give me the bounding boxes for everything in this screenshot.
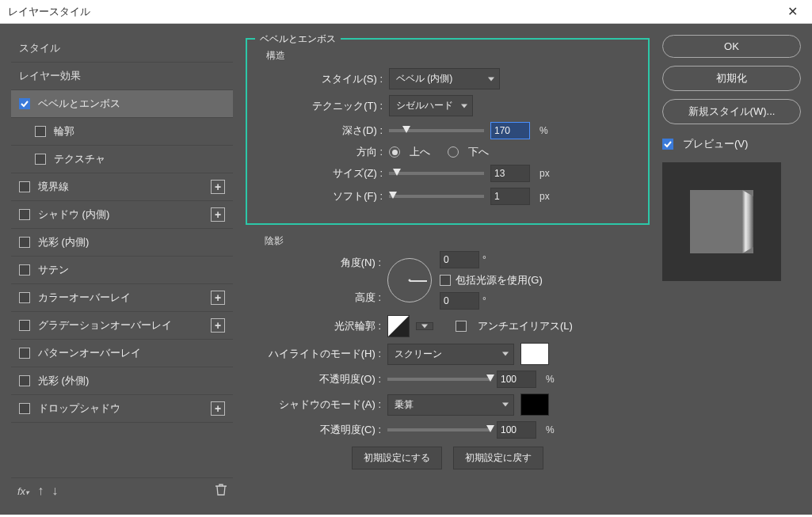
direction-down-radio[interactable] [448, 146, 459, 158]
trash-icon[interactable] [215, 483, 227, 499]
preview-checkbox[interactable] [662, 139, 673, 150]
soften-unit: px [539, 191, 550, 202]
highlight-mode-select[interactable]: スクリーン [387, 344, 514, 365]
gradient-overlay-item[interactable]: グラデーションオーバーレイ + [11, 312, 233, 340]
global-light-checkbox[interactable] [440, 275, 451, 286]
soften-label: ソフト(F) : [266, 189, 389, 203]
fx-icon[interactable]: fx▾ [17, 485, 29, 497]
satin-item[interactable]: サテン [11, 257, 233, 284]
preview-box [662, 162, 781, 281]
bevel-emboss-item[interactable]: ベベルとエンボス [11, 90, 233, 118]
highlight-mode-label: ハイライトのモード(H) : [265, 347, 387, 361]
texture-label: テクスチャ [54, 152, 225, 166]
angle-label: 角度(N) : [265, 256, 381, 270]
highlight-opacity-slider[interactable] [387, 378, 490, 381]
reset-default-button[interactable]: 初期設定に戻す [453, 447, 543, 469]
size-field[interactable]: 13 [490, 165, 530, 182]
preview-label: プレビュー(V) [683, 137, 748, 151]
outer-glow-item[interactable]: 光彩 (外側) [11, 367, 233, 395]
inner-glow-checkbox[interactable] [19, 237, 30, 248]
gloss-contour-swatch[interactable] [387, 315, 410, 337]
effects-list: スタイル レイヤー効果 ベベルとエンボス 輪郭 テクスチャ 境界線 + [11, 35, 233, 477]
shadow-mode-select[interactable]: 乗算 [387, 394, 514, 416]
add-inner-shadow-icon[interactable]: + [211, 207, 225, 222]
inner-shadow-item[interactable]: シャドウ (内側) + [11, 201, 233, 229]
angle-dial[interactable] [387, 258, 432, 302]
depth-slider[interactable] [389, 129, 484, 132]
texture-checkbox[interactable] [35, 154, 46, 165]
direction-up-radio[interactable] [389, 146, 400, 158]
structure-title: 構造 [266, 49, 629, 63]
highlight-color-swatch[interactable] [520, 343, 549, 365]
blending-options[interactable]: レイヤー効果 [11, 63, 233, 90]
angle-field[interactable]: 0 [440, 251, 479, 268]
pattern-overlay-checkbox[interactable] [19, 348, 30, 359]
style-label: スタイル(S) : [266, 72, 389, 86]
window-title: レイヤースタイル [8, 5, 90, 19]
outer-glow-checkbox[interactable] [19, 375, 30, 386]
new-style-button[interactable]: 新規スタイル(W)... [662, 99, 801, 124]
gradient-overlay-checkbox[interactable] [19, 320, 30, 331]
color-overlay-label: カラーオーバーレイ [38, 291, 211, 305]
drop-shadow-checkbox[interactable] [19, 403, 30, 414]
style-select[interactable]: ベベル (内側) [389, 68, 500, 89]
styles-header-label: スタイル [19, 41, 225, 55]
depth-label: 深さ(D) : [266, 124, 389, 138]
preview-swatch [690, 190, 753, 253]
shading-section: 陰影 角度(N) : 高度 : 0° 包括光源を使用(G) [246, 231, 650, 479]
add-color-overlay-icon[interactable]: + [211, 291, 225, 305]
close-icon[interactable]: ✕ [781, 1, 804, 22]
stroke-checkbox[interactable] [19, 181, 30, 192]
satin-label: サテン [38, 263, 225, 277]
highlight-opacity-field[interactable]: 100 [497, 371, 536, 388]
drop-shadow-label: ドロップシャドウ [38, 401, 211, 416]
shadow-opacity-slider[interactable] [387, 428, 490, 431]
color-overlay-checkbox[interactable] [19, 292, 30, 303]
arrow-down-icon[interactable]: ↓ [51, 484, 58, 498]
highlight-opacity-label: 不透明度(O) : [265, 372, 387, 386]
inner-shadow-label: シャドウ (内側) [38, 207, 211, 222]
color-overlay-item[interactable]: カラーオーバーレイ + [11, 284, 233, 312]
gloss-contour-dropdown[interactable] [416, 322, 433, 330]
shading-title: 陰影 [265, 234, 631, 248]
blending-options-label: レイヤー効果 [19, 69, 225, 83]
technique-select[interactable]: シゼルハード [389, 95, 473, 116]
contour-label: 輪郭 [54, 124, 225, 139]
drop-shadow-item[interactable]: ドロップシャドウ + [11, 395, 233, 423]
gloss-contour-label: 光沢輪郭 : [265, 319, 387, 333]
add-gradient-overlay-icon[interactable]: + [211, 318, 225, 333]
cancel-button[interactable]: 初期化 [662, 66, 801, 91]
direction-label: 方向 : [266, 145, 389, 159]
bevel-emboss-checkbox[interactable] [19, 98, 30, 109]
depth-field[interactable]: 170 [490, 122, 530, 139]
soften-field[interactable]: 1 [490, 188, 530, 205]
add-stroke-icon[interactable]: + [211, 180, 225, 194]
soften-slider[interactable] [389, 195, 484, 198]
antialias-checkbox[interactable] [456, 321, 467, 332]
direction-down-label: 下へ [468, 145, 489, 159]
technique-label: テクニック(T) : [266, 99, 389, 113]
inner-glow-item[interactable]: 光彩 (内側) [11, 229, 233, 257]
make-default-button[interactable]: 初期設定にする [352, 447, 442, 469]
contour-item[interactable]: 輪郭 [11, 118, 233, 146]
altitude-label: 高度 : [265, 291, 381, 305]
satin-checkbox[interactable] [19, 264, 30, 276]
structure-fieldset: ベベルとエンボス 構造 スタイル(S) : ベベル (内側) テクニック(T) … [246, 38, 650, 225]
depth-unit: % [539, 125, 548, 136]
ok-button[interactable]: OK [662, 35, 801, 58]
shadow-opacity-field[interactable]: 100 [497, 421, 536, 439]
inner-shadow-checkbox[interactable] [19, 209, 30, 220]
contour-checkbox[interactable] [35, 126, 46, 137]
add-drop-shadow-icon[interactable]: + [211, 401, 225, 416]
size-slider[interactable] [389, 172, 484, 175]
styles-header[interactable]: スタイル [11, 35, 233, 63]
altitude-field[interactable]: 0 [440, 292, 479, 310]
arrow-up-icon[interactable]: ↑ [37, 484, 44, 498]
pattern-overlay-item[interactable]: パターンオーバーレイ [11, 340, 233, 367]
stroke-item[interactable]: 境界線 + [11, 173, 233, 201]
shadow-color-swatch[interactable] [520, 393, 549, 416]
texture-item[interactable]: テクスチャ [11, 146, 233, 173]
gradient-overlay-label: グラデーションオーバーレイ [38, 318, 211, 333]
size-label: サイズ(Z) : [266, 166, 389, 181]
highlight-opacity-unit: % [546, 374, 555, 385]
